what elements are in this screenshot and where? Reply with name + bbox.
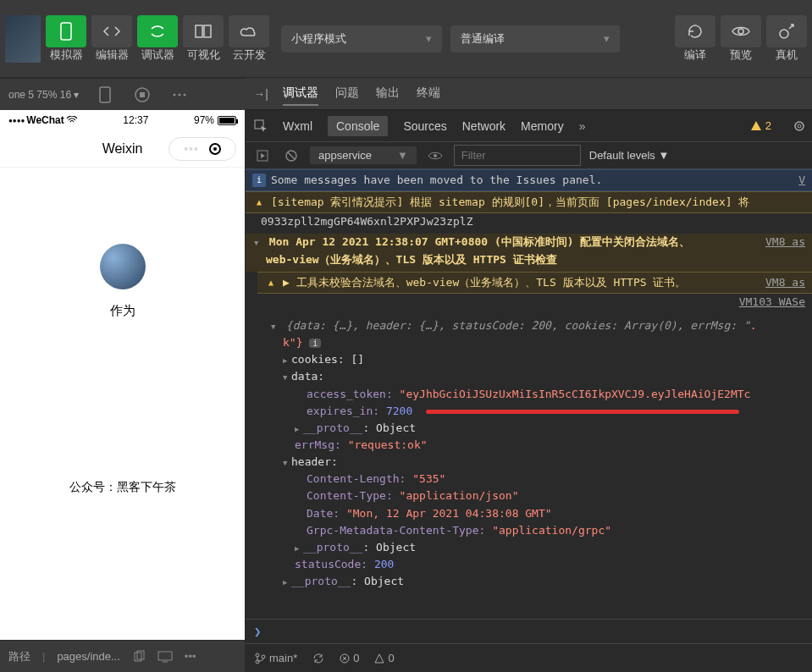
expand-toggle[interactable] xyxy=(283,454,291,471)
tab-output[interactable]: 输出 xyxy=(376,82,400,106)
capsule-close-icon[interactable] xyxy=(209,143,221,155)
info-message: i Some messages have been moved to the I… xyxy=(246,169,812,191)
nested-warning: ▲ ▶ 工具未校验合法域名、web-view（业务域名）、TLS 版本以及 HT… xyxy=(257,272,812,294)
phone-title: Weixin xyxy=(102,141,143,157)
devtools-status-bar: main* 0 0 xyxy=(246,643,812,672)
warn-icon xyxy=(374,653,384,664)
source-link[interactable]: VM103 WASe xyxy=(739,295,805,308)
screen-icon[interactable] xyxy=(157,651,173,663)
user-avatar[interactable] xyxy=(100,244,146,289)
path-value[interactable]: pages/inde... xyxy=(57,650,119,663)
warn-icon: ▲ xyxy=(264,276,278,289)
context-select[interactable]: appservice▼ xyxy=(310,146,417,164)
svg-point-3 xyxy=(738,29,743,34)
debugger-button[interactable] xyxy=(137,15,178,47)
compile-label: 编译 xyxy=(675,47,715,63)
source-link[interactable]: VM8 as xyxy=(765,234,805,251)
path-label: 路径 xyxy=(8,649,30,664)
compile-select[interactable]: 普通编译▾ xyxy=(450,25,620,52)
source-link[interactable]: VM8 as xyxy=(765,274,805,291)
svg-point-20 xyxy=(256,653,259,657)
svg-point-9 xyxy=(179,93,181,96)
editor-button[interactable] xyxy=(91,15,132,47)
svg-point-22 xyxy=(262,655,265,658)
git-branch[interactable]: main* xyxy=(254,652,297,664)
expand-toggle[interactable] xyxy=(283,573,291,590)
sim-label: 模拟器 xyxy=(46,47,86,63)
debugger-label: 调试器 xyxy=(137,47,178,63)
settings-gear-icon[interactable] xyxy=(793,120,805,132)
panel-tab-wxml[interactable]: Wxml xyxy=(283,119,312,133)
record-icon[interactable] xyxy=(133,85,152,104)
real-device-button[interactable] xyxy=(766,15,807,47)
console-clear-icon[interactable] xyxy=(281,146,301,166)
more-dots-icon[interactable]: ••• xyxy=(185,650,196,663)
expand-toggle[interactable] xyxy=(271,317,279,334)
sync-icon xyxy=(312,653,324,664)
battery-icon xyxy=(218,116,236,125)
warning-count[interactable]: 2 xyxy=(750,119,771,132)
wifi-icon xyxy=(66,116,78,124)
svg-point-16 xyxy=(798,124,801,128)
console-prompt[interactable]: ❯ xyxy=(246,619,812,643)
footer-text: 公众号：黑客下午茶 xyxy=(69,480,176,495)
status-battery-pct: 97% xyxy=(194,114,214,126)
expand-toggle[interactable] xyxy=(295,420,303,437)
simulator-panel: ●●●● WeChat 12:37 97% Weixin ••• xyxy=(0,110,246,672)
phone-icon[interactable] xyxy=(96,85,114,104)
cloud-dev-button[interactable] xyxy=(229,15,269,47)
panel-tab-more-icon[interactable]: » xyxy=(579,119,586,133)
live-expr-icon[interactable] xyxy=(425,146,445,166)
panel-tab-memory[interactable]: Memory xyxy=(521,119,564,133)
svg-point-8 xyxy=(174,93,176,96)
visual-button[interactable] xyxy=(183,15,224,47)
svg-point-15 xyxy=(795,122,804,130)
expand-toggle[interactable] xyxy=(254,234,262,251)
phone-preview: ●●●● WeChat 12:37 97% Weixin ••• xyxy=(0,110,245,640)
capsule-more-icon[interactable]: ••• xyxy=(184,142,199,156)
devtools-panel: Wxml Console Sources Network Memory » 2 … xyxy=(246,110,812,672)
mode-select[interactable]: 小程序模式▾ xyxy=(281,25,442,52)
preview-status-bar: 路径 | pages/inde... ••• xyxy=(0,640,245,672)
svg-rect-5 xyxy=(100,87,110,102)
expand-toggle[interactable] xyxy=(283,368,291,385)
capsule-menu[interactable]: ••• xyxy=(168,137,236,161)
status-time: 12:37 xyxy=(123,114,148,126)
simulator-button[interactable] xyxy=(46,15,86,47)
panel-tab-sources[interactable]: Sources xyxy=(403,119,446,133)
visual-label: 可视化 xyxy=(183,47,224,63)
svg-rect-13 xyxy=(158,652,172,660)
expand-toggle[interactable] xyxy=(295,539,303,556)
warning-count-status[interactable]: 0 xyxy=(374,652,394,664)
console-play-icon[interactable] xyxy=(252,146,273,166)
sync-button[interactable] xyxy=(312,653,324,664)
svg-rect-2 xyxy=(204,25,211,37)
levels-select[interactable]: Default levels ▼ xyxy=(589,149,670,162)
copy-icon[interactable] xyxy=(132,650,146,664)
svg-rect-1 xyxy=(196,25,202,37)
compile-button[interactable] xyxy=(675,15,715,47)
svg-point-4 xyxy=(780,30,788,38)
log-token: 0933zpll2mgGP64W6xnl2PXPJw23zplZ xyxy=(246,213,812,234)
preview-button[interactable] xyxy=(721,15,761,47)
real-label: 真机 xyxy=(766,47,807,63)
expand-toggle[interactable] xyxy=(283,351,291,368)
device-select[interactable]: one 5 75% 16 ▾ xyxy=(8,89,79,101)
project-thumb xyxy=(5,15,41,63)
error-count[interactable]: 0 xyxy=(340,652,359,664)
cloud-label: 云开发 xyxy=(229,47,269,63)
issues-link[interactable]: V xyxy=(798,172,805,189)
sitemap-warning: ▲ [sitemap 索引情况提示] 根据 sitemap 的规则[0]，当前页… xyxy=(246,191,812,213)
more-icon[interactable] xyxy=(170,85,189,104)
inspect-icon[interactable] xyxy=(254,119,268,133)
tab-debugger[interactable]: 调试器 xyxy=(283,82,318,106)
tab-terminal[interactable]: 终端 xyxy=(417,82,440,106)
svg-rect-0 xyxy=(61,23,71,40)
panel-tab-network[interactable]: Network xyxy=(462,119,505,133)
filter-input[interactable] xyxy=(454,145,581,166)
panel-tab-console[interactable]: Console xyxy=(328,116,388,136)
svg-point-10 xyxy=(184,93,186,96)
tab-problems[interactable]: 问题 xyxy=(335,82,359,106)
dock-toggle-icon[interactable]: →| xyxy=(246,78,276,109)
console-output: i Some messages have been moved to the I… xyxy=(246,169,812,619)
